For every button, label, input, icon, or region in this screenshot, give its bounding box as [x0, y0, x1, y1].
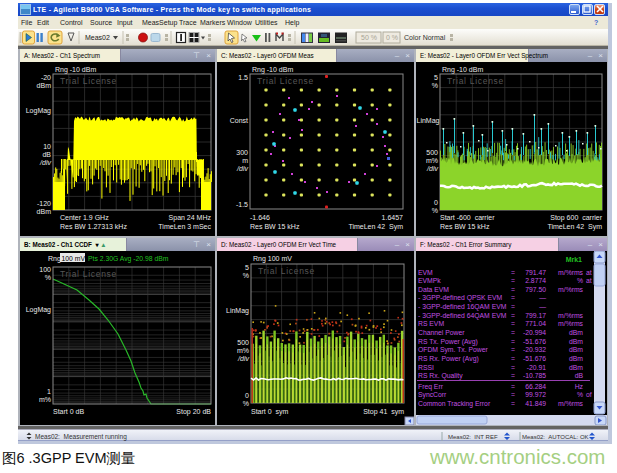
svg-text:791.47: 791.47: [525, 269, 546, 276]
svg-text:=: =: [511, 383, 515, 390]
svg-text:Start -600 carrier: Start -600 carrier: [440, 214, 495, 221]
svg-text:1: 1: [47, 388, 51, 395]
svg-text:-1.5: -1.5: [236, 201, 248, 208]
svg-text:%: %: [243, 272, 249, 279]
svg-text:-20: -20: [41, 74, 51, 81]
svg-text:LogMag: LogMag: [26, 306, 51, 314]
svg-text:m/%rms: m/%rms: [558, 320, 584, 327]
svg-text:99.972: 99.972: [525, 391, 546, 398]
svg-text:41.849: 41.849: [525, 400, 546, 407]
svg-text:771.04: 771.04: [525, 320, 546, 327]
svg-text:Channel Power: Channel Power: [418, 329, 465, 336]
svg-text:Stop 20 dB: Stop 20 dB: [176, 408, 211, 416]
svg-text:/div: /div: [237, 355, 249, 362]
svg-text:dBm: dBm: [37, 82, 52, 89]
svg-text:%: %: [45, 274, 51, 281]
svg-text:- 3GPP-defined 64QAM EVM: - 3GPP-defined 64QAM EVM: [418, 312, 507, 320]
svg-text:Mrk1: Mrk1: [566, 256, 582, 263]
svg-text:RS Rx. Quality: RS Rx. Quality: [418, 372, 463, 380]
svg-text:dBm: dBm: [569, 355, 583, 362]
svg-text:-20.994: -20.994: [523, 329, 546, 336]
svg-text:=: =: [511, 286, 515, 293]
svg-text:Rng -10 dBm: Rng -10 dBm: [55, 66, 96, 74]
svg-text:Start 0 dB: Start 0 dB: [53, 408, 84, 415]
svg-text:500: 500: [426, 149, 438, 156]
svg-text:Rng 100 mV: Rng 100 mV: [253, 255, 292, 263]
svg-text:Color Normal: Color Normal: [404, 34, 446, 41]
svg-text:Stop 41 sym: Stop 41 sym: [363, 408, 404, 416]
svg-text:-51.676: -51.676: [523, 338, 546, 345]
svg-text:Trial License: Trial License: [257, 76, 314, 86]
svg-text:=: =: [511, 277, 515, 284]
svg-text:=: =: [511, 338, 515, 345]
svg-text:Trial License: Trial License: [60, 269, 117, 279]
svg-text:Meas02: AUTOCAL: OK: Meas02: AUTOCAL: OK: [522, 434, 589, 440]
svg-text:-10.785: -10.785: [523, 372, 546, 379]
svg-text:=: =: [511, 329, 515, 336]
svg-text:=: =: [511, 346, 515, 353]
svg-text:=: =: [511, 355, 515, 362]
svg-text:300: 300: [236, 149, 248, 156]
svg-text:799.17: 799.17: [525, 312, 546, 319]
svg-text:Pts 2.30G Avg -20.98 dBm: Pts 2.30G Avg -20.98 dBm: [88, 255, 169, 263]
svg-text:of: of: [586, 391, 592, 398]
svg-text:Trial License: Trial License: [60, 76, 117, 86]
svg-text:at: at: [586, 269, 592, 276]
svg-text:Freq Err: Freq Err: [418, 383, 444, 391]
svg-text:dBm: dBm: [37, 208, 52, 215]
svg-text:66.284: 66.284: [525, 383, 546, 390]
svg-text:- 3GPP-defined 16QAM EVM: - 3GPP-defined 16QAM EVM: [418, 303, 507, 311]
svg-text:dBm: dBm: [569, 364, 583, 371]
svg-text:m/%rms: m/%rms: [558, 312, 584, 319]
svg-text:OFDM Sym. Tx. Power: OFDM Sym. Tx. Power: [418, 346, 488, 354]
svg-text:/div: /div: [39, 159, 51, 166]
svg-text:100: 100: [39, 266, 51, 273]
svg-text:Rng -10 dBm: Rng -10 dBm: [252, 66, 293, 74]
svg-text:Meas02: Measurement running: Meas02: Measurement running: [35, 433, 127, 441]
svg-text:Rng -10 dBm: Rng -10 dBm: [442, 66, 483, 74]
svg-text:m/%rms: m/%rms: [558, 400, 584, 407]
svg-text:Res BW 15 kHz: Res BW 15 kHz: [250, 223, 300, 230]
svg-text:Stop 600 carrier: Stop 600 carrier: [550, 214, 602, 222]
svg-text:-1.646: -1.646: [250, 214, 270, 221]
svg-text:RS EVM: RS EVM: [418, 320, 444, 327]
svg-text:RS Rx. Power (Avg): RS Rx. Power (Avg): [418, 355, 479, 363]
svg-text:dBm: dBm: [569, 329, 583, 336]
svg-text:%: %: [243, 400, 249, 407]
svg-text:RSSI: RSSI: [418, 364, 434, 371]
svg-text:2.8774: 2.8774: [525, 277, 546, 284]
svg-text:%: %: [432, 82, 438, 89]
svg-text:=: =: [511, 294, 515, 301]
svg-text:0: 0: [434, 199, 438, 206]
svg-text:Res BW 15 kHz: Res BW 15 kHz: [440, 223, 490, 230]
svg-text:—: —: [539, 294, 546, 301]
svg-text:LinMag: LinMag: [417, 117, 440, 125]
svg-text:m/%rms: m/%rms: [558, 286, 584, 293]
svg-text:Hz: Hz: [575, 383, 584, 390]
svg-text:Const: Const: [230, 117, 248, 124]
svg-text:LogMag: LogMag: [26, 107, 51, 115]
svg-text:at: at: [586, 277, 592, 284]
svg-text:=: =: [511, 391, 515, 398]
svg-text:=: =: [511, 312, 515, 319]
svg-text:SyncCorr: SyncCorr: [418, 391, 447, 399]
svg-text:5: 5: [434, 74, 438, 81]
svg-text:797.50: 797.50: [525, 286, 546, 293]
svg-text:%: %: [432, 207, 438, 214]
svg-text:1.5: 1.5: [238, 74, 248, 81]
svg-text:TimeLen 42 Sym: TimeLen 42 Sym: [348, 223, 403, 231]
svg-text:Res BW 1.27313 kHz: Res BW 1.27313 kHz: [60, 223, 127, 230]
svg-text:dB: dB: [42, 151, 51, 158]
svg-text:/div: /div: [426, 165, 438, 172]
svg-text:LinMag: LinMag: [226, 307, 249, 315]
svg-text:m%: m%: [237, 347, 249, 354]
svg-text:=: =: [511, 269, 515, 276]
svg-text:%: %: [577, 277, 583, 284]
svg-text:%: %: [577, 391, 583, 398]
svg-text:—: —: [539, 303, 546, 310]
svg-text:TimeLen 3 mSec: TimeLen 3 mSec: [158, 223, 211, 230]
svg-text:5: 5: [245, 264, 249, 271]
svg-text:dB: dB: [575, 372, 584, 379]
svg-text:=: =: [511, 372, 515, 379]
svg-text:m%: m%: [39, 396, 51, 403]
